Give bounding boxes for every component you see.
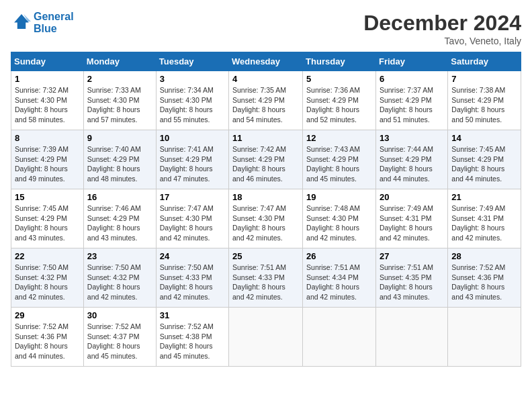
logo-icon [12, 12, 31, 31]
day-info: Sunrise: 7:49 AMSunset: 4:31 PMDaylight:… [451, 204, 505, 242]
day-number: 23 [87, 251, 152, 261]
calendar-cell: 31 Sunrise: 7:52 AMSunset: 4:38 PMDaylig… [156, 308, 228, 367]
weekday-header-friday: Friday [375, 52, 447, 71]
day-info: Sunrise: 7:39 AMSunset: 4:29 PMDaylight:… [15, 145, 69, 183]
day-number: 27 [380, 251, 444, 261]
day-info: Sunrise: 7:38 AMSunset: 4:29 PMDaylight:… [451, 86, 505, 124]
calendar-cell: 10 Sunrise: 7:41 AMSunset: 4:29 PMDaylig… [156, 130, 228, 189]
day-info: Sunrise: 7:51 AMSunset: 4:33 PMDaylight:… [232, 263, 286, 301]
calendar-cell: 28 Sunrise: 7:52 AMSunset: 4:36 PMDaylig… [448, 248, 521, 308]
day-number: 8 [15, 133, 80, 143]
weekday-header-monday: Monday [83, 52, 156, 71]
weekday-header-wednesday: Wednesday [229, 52, 303, 71]
day-info: Sunrise: 7:52 AMSunset: 4:38 PMDaylight:… [160, 322, 214, 360]
day-info: Sunrise: 7:50 AMSunset: 4:32 PMDaylight:… [87, 263, 141, 301]
day-info: Sunrise: 7:43 AMSunset: 4:29 PMDaylight:… [306, 145, 360, 183]
calendar-cell: 5 Sunrise: 7:36 AMSunset: 4:29 PMDayligh… [303, 71, 376, 130]
weekday-header-saturday: Saturday [448, 52, 521, 71]
day-number: 18 [232, 192, 299, 202]
calendar-cell: 9 Sunrise: 7:40 AMSunset: 4:29 PMDayligh… [83, 130, 156, 189]
day-number: 21 [451, 192, 517, 202]
day-info: Sunrise: 7:51 AMSunset: 4:34 PMDaylight:… [306, 263, 360, 301]
calendar-cell: 11 Sunrise: 7:42 AMSunset: 4:29 PMDaylig… [229, 130, 303, 189]
day-number: 11 [232, 133, 299, 143]
day-number: 16 [87, 192, 152, 202]
calendar-cell: 22 Sunrise: 7:50 AMSunset: 4:32 PMDaylig… [11, 248, 84, 308]
day-info: Sunrise: 7:52 AMSunset: 4:36 PMDaylight:… [15, 322, 69, 360]
day-number: 2 [87, 74, 152, 84]
day-number: 19 [306, 192, 372, 202]
day-number: 31 [160, 310, 225, 320]
calendar-cell: 2 Sunrise: 7:33 AMSunset: 4:30 PMDayligh… [83, 71, 156, 130]
day-number: 20 [380, 192, 444, 202]
day-number: 25 [232, 251, 299, 261]
day-number: 24 [160, 251, 225, 261]
calendar-week-row: 1 Sunrise: 7:32 AMSunset: 4:30 PMDayligh… [11, 71, 521, 130]
calendar-cell [375, 308, 447, 367]
calendar-cell: 20 Sunrise: 7:49 AMSunset: 4:31 PMDaylig… [375, 189, 447, 248]
day-number: 26 [306, 251, 372, 261]
calendar-cell: 8 Sunrise: 7:39 AMSunset: 4:29 PMDayligh… [11, 130, 84, 189]
day-number: 30 [87, 310, 152, 320]
calendar-cell: 23 Sunrise: 7:50 AMSunset: 4:32 PMDaylig… [83, 248, 156, 308]
calendar-cell: 6 Sunrise: 7:37 AMSunset: 4:29 PMDayligh… [375, 71, 447, 130]
day-info: Sunrise: 7:51 AMSunset: 4:35 PMDaylight:… [380, 263, 433, 301]
day-number: 12 [306, 133, 372, 143]
month-title: December 2024 [363, 11, 521, 36]
calendar-header-row: SundayMondayTuesdayWednesdayThursdayFrid… [11, 52, 521, 71]
calendar-cell: 30 Sunrise: 7:52 AMSunset: 4:37 PMDaylig… [83, 308, 156, 367]
location-subtitle: Tavo, Veneto, Italy [363, 36, 521, 46]
day-number: 5 [306, 74, 372, 84]
day-number: 1 [15, 74, 80, 84]
day-info: Sunrise: 7:40 AMSunset: 4:29 PMDaylight:… [87, 145, 141, 183]
day-info: Sunrise: 7:46 AMSunset: 4:29 PMDaylight:… [87, 204, 141, 242]
day-number: 13 [380, 133, 444, 143]
calendar-cell: 17 Sunrise: 7:47 AMSunset: 4:30 PMDaylig… [156, 189, 228, 248]
calendar-table: SundayMondayTuesdayWednesdayThursdayFrid… [11, 52, 521, 367]
day-info: Sunrise: 7:47 AMSunset: 4:30 PMDaylight:… [160, 204, 214, 242]
day-info: Sunrise: 7:52 AMSunset: 4:36 PMDaylight:… [451, 263, 505, 301]
calendar-cell [303, 308, 376, 367]
day-number: 17 [160, 192, 225, 202]
day-info: Sunrise: 7:45 AMSunset: 4:29 PMDaylight:… [451, 145, 505, 183]
day-info: Sunrise: 7:50 AMSunset: 4:33 PMDaylight:… [160, 263, 214, 301]
day-info: Sunrise: 7:35 AMSunset: 4:29 PMDaylight:… [232, 86, 286, 124]
day-info: Sunrise: 7:47 AMSunset: 4:30 PMDaylight:… [232, 204, 286, 242]
day-number: 22 [15, 251, 80, 261]
day-info: Sunrise: 7:41 AMSunset: 4:29 PMDaylight:… [160, 145, 214, 183]
page-header: GeneralBlue December 2024 Tavo, Veneto, … [11, 11, 521, 46]
weekday-header-sunday: Sunday [11, 52, 84, 71]
calendar-cell: 26 Sunrise: 7:51 AMSunset: 4:34 PMDaylig… [303, 248, 376, 308]
calendar-week-row: 8 Sunrise: 7:39 AMSunset: 4:29 PMDayligh… [11, 130, 521, 189]
weekday-header-tuesday: Tuesday [156, 52, 228, 71]
day-info: Sunrise: 7:32 AMSunset: 4:30 PMDaylight:… [15, 86, 69, 124]
day-number: 28 [451, 251, 517, 261]
calendar-cell: 3 Sunrise: 7:34 AMSunset: 4:30 PMDayligh… [156, 71, 228, 130]
calendar-week-row: 22 Sunrise: 7:50 AMSunset: 4:32 PMDaylig… [11, 248, 521, 308]
day-number: 3 [160, 74, 225, 84]
calendar-cell: 12 Sunrise: 7:43 AMSunset: 4:29 PMDaylig… [303, 130, 376, 189]
calendar-cell: 1 Sunrise: 7:32 AMSunset: 4:30 PMDayligh… [11, 71, 84, 130]
svg-marker-0 [14, 14, 29, 29]
calendar-cell: 16 Sunrise: 7:46 AMSunset: 4:29 PMDaylig… [83, 189, 156, 248]
calendar-cell: 7 Sunrise: 7:38 AMSunset: 4:29 PMDayligh… [448, 71, 521, 130]
calendar-cell [229, 308, 303, 367]
calendar-cell: 27 Sunrise: 7:51 AMSunset: 4:35 PMDaylig… [375, 248, 447, 308]
title-block: December 2024 Tavo, Veneto, Italy [363, 11, 521, 46]
calendar-cell: 25 Sunrise: 7:51 AMSunset: 4:33 PMDaylig… [229, 248, 303, 308]
day-info: Sunrise: 7:44 AMSunset: 4:29 PMDaylight:… [380, 145, 433, 183]
calendar-cell: 29 Sunrise: 7:52 AMSunset: 4:36 PMDaylig… [11, 308, 84, 367]
day-info: Sunrise: 7:48 AMSunset: 4:30 PMDaylight:… [306, 204, 360, 242]
calendar-cell: 24 Sunrise: 7:50 AMSunset: 4:33 PMDaylig… [156, 248, 228, 308]
day-number: 9 [87, 133, 152, 143]
day-number: 29 [15, 310, 80, 320]
day-info: Sunrise: 7:42 AMSunset: 4:29 PMDaylight:… [232, 145, 286, 183]
calendar-cell: 21 Sunrise: 7:49 AMSunset: 4:31 PMDaylig… [448, 189, 521, 248]
calendar-week-row: 29 Sunrise: 7:52 AMSunset: 4:36 PMDaylig… [11, 308, 521, 367]
day-number: 14 [451, 133, 517, 143]
calendar-cell: 15 Sunrise: 7:45 AMSunset: 4:29 PMDaylig… [11, 189, 84, 248]
logo-text: GeneralBlue [34, 11, 74, 35]
day-number: 10 [160, 133, 225, 143]
day-info: Sunrise: 7:36 AMSunset: 4:29 PMDaylight:… [306, 86, 360, 124]
calendar-cell [448, 308, 521, 367]
